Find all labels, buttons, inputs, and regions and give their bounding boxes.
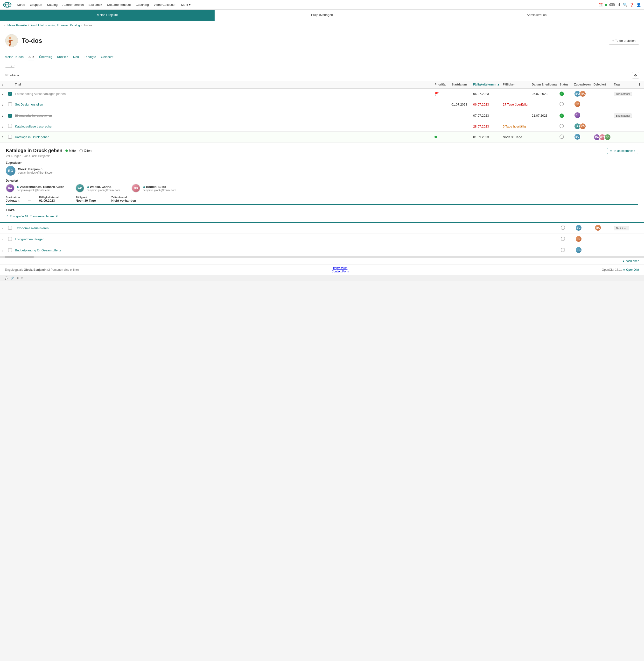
row2-faelligkeit: 27 Tage überfällig xyxy=(501,99,530,110)
breadcrumb-projekt[interactable]: Produktfotoshooting für neuen Katalog xyxy=(30,24,80,27)
row8-priority xyxy=(439,245,456,256)
delegated-item-1: RA ⊙ Autorenschaft, Richard Autor benjam… xyxy=(6,184,64,193)
row8-expand[interactable]: ∨ xyxy=(0,245,7,256)
nav-mehr[interactable]: Mehr ▾ xyxy=(179,3,193,6)
filter-dropdown[interactable] xyxy=(5,65,15,68)
filter-neu[interactable]: Neu xyxy=(73,53,79,61)
col-due-header[interactable]: Fälligkeitstermin ▲ xyxy=(472,81,501,88)
row7-title[interactable]: Fotograf beauftragen xyxy=(14,234,439,245)
row5-priority xyxy=(433,132,450,143)
search-icon[interactable]: 🔍 xyxy=(623,2,627,7)
col-assigned-header[interactable]: Zugewiesen xyxy=(573,81,592,88)
filter-alle[interactable]: Alle xyxy=(28,53,34,61)
row2-action[interactable]: ⋮ xyxy=(637,99,644,110)
row3-title[interactable]: Bildmaterial heraussuchen xyxy=(14,110,433,121)
logo[interactable] xyxy=(3,2,12,8)
external-link-icon[interactable]: ↗ xyxy=(55,215,58,218)
tab-projektvorlagen[interactable]: Projektvorlagen xyxy=(214,10,429,21)
row8-action[interactable]: ⋮ xyxy=(637,245,644,256)
contact-link[interactable]: Contact Form xyxy=(331,270,349,273)
row1-title[interactable]: Fotoshooting Aussenanlagen planen xyxy=(14,88,433,99)
back-button[interactable]: ‹ xyxy=(4,23,5,27)
row3-checkbox[interactable]: ✓ xyxy=(7,110,14,121)
col-start-header[interactable]: Startdatum xyxy=(450,81,472,88)
col-status-header[interactable]: Status xyxy=(558,81,573,88)
delegated-avatar-2: WC xyxy=(75,184,84,193)
row4-checkbox[interactable] xyxy=(7,121,14,132)
scroll-thumb[interactable] xyxy=(5,256,34,258)
nav-dokumentenpool[interactable]: Dokumentenpool xyxy=(105,3,133,6)
row6-checkbox[interactable] xyxy=(7,223,14,234)
calendar-icon[interactable]: 📅 xyxy=(598,2,603,7)
breadcrumb-meine-projekte[interactable]: Meine Projekte xyxy=(7,24,27,27)
row1-action[interactable]: ⋮ xyxy=(637,88,644,99)
column-options-icon[interactable]: ⋮ xyxy=(638,83,641,86)
print-icon[interactable]: 🖨 xyxy=(617,3,621,7)
footer-icon-1[interactable]: 💬 xyxy=(5,277,8,280)
filter-erledigte[interactable]: Erledigte xyxy=(84,53,96,61)
timeline-due-label: Fälligkeitstermin xyxy=(39,196,60,199)
row4-action[interactable]: ⋮ xyxy=(637,121,644,132)
row8-done xyxy=(533,245,559,256)
filter-ueberfaellig[interactable]: Überfällig xyxy=(39,53,52,61)
detail-title: Kataloge in Druck geben Mittel Offen xyxy=(6,148,91,153)
row2-checkbox[interactable] xyxy=(7,99,14,110)
avatar-row7: FB xyxy=(575,236,582,242)
settings-button[interactable]: ⚙ xyxy=(632,72,639,79)
user-avatar-icon[interactable]: 👤 xyxy=(636,2,641,7)
row1-expand[interactable]: ∨ xyxy=(0,88,7,99)
row4-title[interactable]: Katalogauflage besprechen xyxy=(14,121,433,132)
row1-checkbox[interactable]: ✓ xyxy=(7,88,14,99)
nav-kurse[interactable]: Kurse xyxy=(15,3,27,6)
filter-geloescht[interactable]: Gelöscht xyxy=(101,53,113,61)
row5-action[interactable]: ⋮ xyxy=(637,132,644,143)
footer-icon-4[interactable]: © xyxy=(21,277,23,280)
col-delegated-header[interactable]: Delegiert xyxy=(592,81,613,88)
col-title-header[interactable]: Titel xyxy=(14,81,433,88)
back-to-top[interactable]: ▲ nach oben xyxy=(0,258,644,264)
col-tags-header[interactable]: Tags xyxy=(613,81,637,88)
link-text-1[interactable]: Fotografie NUR aussenanlagen xyxy=(10,215,54,218)
row4-faelligkeit: 5 Tage überfällig xyxy=(501,121,530,132)
row3-expand[interactable]: ∨ xyxy=(0,110,7,121)
link-item-1[interactable]: ↗ Fotografie NUR aussenanlagen ↗ xyxy=(6,215,638,218)
filter-kuerzlich[interactable]: Kürzlich xyxy=(57,53,68,61)
row7-expand[interactable]: ∨ xyxy=(0,234,7,245)
footer-icon-3[interactable]: ⊞ xyxy=(17,277,19,280)
horizontal-scrollbar[interactable] xyxy=(0,256,644,258)
nav-video-collection[interactable]: Video Collection xyxy=(151,3,179,6)
help-icon[interactable]: ❓ xyxy=(629,2,634,7)
tab-administration[interactable]: Administration xyxy=(430,10,644,21)
expand-all-icon[interactable]: ∨ xyxy=(1,83,4,86)
row5-title[interactable]: Kataloge in Druck geben xyxy=(14,132,433,143)
row4-assigned: ☀ KB xyxy=(573,121,592,132)
row6-expand[interactable]: ∨ xyxy=(0,223,7,234)
row8-title[interactable]: Budgetplanung für Gesamtofferte xyxy=(14,245,439,256)
nav-katalog[interactable]: Katalog xyxy=(45,3,60,6)
row2-expand[interactable]: ∨ xyxy=(0,99,7,110)
nav-coaching[interactable]: Coaching xyxy=(133,3,151,6)
row8-checkbox[interactable] xyxy=(7,245,14,256)
row4-expand[interactable]: ∨ xyxy=(0,121,7,132)
filter-meine-todos[interactable]: Meine To-dos xyxy=(5,53,24,61)
row7-checkbox[interactable] xyxy=(7,234,14,245)
row7-action[interactable]: ⋮ xyxy=(637,234,644,245)
edit-todo-button[interactable]: ✏ To-do bearbeiten xyxy=(607,148,638,154)
nav-bibliothek[interactable]: Bibliothek xyxy=(86,3,105,6)
nav-autorenbereich[interactable]: Autorenbereich xyxy=(60,3,86,6)
row8-assigned: BG xyxy=(574,245,593,256)
row6-title[interactable]: Taxonomie aktualisieren xyxy=(14,223,439,234)
tab-meine-projekte[interactable]: Meine Projekte xyxy=(0,10,214,21)
col-done-header[interactable]: Datum Erledigung xyxy=(530,81,558,88)
impressum-link[interactable]: Impressum xyxy=(333,266,347,270)
footer-icon-2[interactable]: 🔗 xyxy=(10,277,14,280)
row6-action[interactable]: ⋮ xyxy=(637,223,644,234)
nav-gruppen[interactable]: Gruppen xyxy=(27,3,45,6)
col-priority-header[interactable]: Priorität xyxy=(433,81,450,88)
row5-expand[interactable]: ∧ xyxy=(0,132,7,143)
col-faelligkeit-header[interactable]: Fälligkeit xyxy=(501,81,530,88)
row3-action[interactable]: ⋮ xyxy=(637,110,644,121)
row5-checkbox[interactable] xyxy=(7,132,14,143)
row2-title[interactable]: Set Design erstellen xyxy=(14,99,433,110)
create-todo-button[interactable]: + To-do erstellen xyxy=(609,37,639,45)
